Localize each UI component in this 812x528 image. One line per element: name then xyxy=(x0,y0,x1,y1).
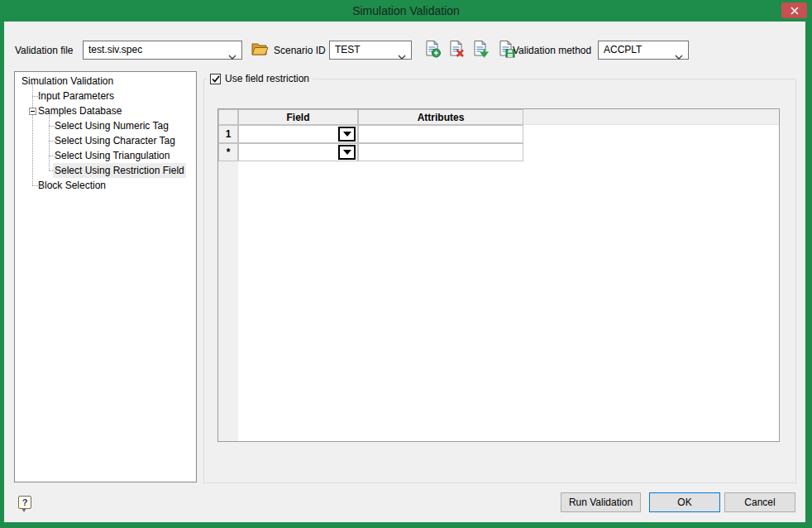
dropdown-arrow-icon xyxy=(343,150,351,155)
cancel-button[interactable]: Cancel xyxy=(724,492,795,512)
import-document-icon xyxy=(471,40,490,61)
delete-document-button[interactable] xyxy=(446,40,466,60)
chevron-down-icon xyxy=(675,48,683,65)
help-icon: ? xyxy=(22,497,28,507)
attributes-cell-row-1[interactable] xyxy=(358,125,523,143)
close-button[interactable] xyxy=(781,2,807,18)
add-document-icon xyxy=(423,40,442,61)
scenario-id-label: Scenario ID xyxy=(274,44,326,57)
validation-file-value: test.siv.spec xyxy=(88,44,142,55)
tree-item-select-using-triangulation[interactable]: Select Using Triangulation xyxy=(15,148,196,163)
attributes-cell-row-star[interactable] xyxy=(358,143,523,161)
open-folder-icon xyxy=(251,41,269,60)
close-icon xyxy=(791,3,799,18)
use-field-restriction-label: Use field restriction xyxy=(225,73,309,85)
dropdown-arrow-icon xyxy=(343,132,351,137)
chevron-down-icon xyxy=(398,48,406,65)
tree-item-select-using-character-tag[interactable]: Select Using Character Tag xyxy=(15,133,196,148)
field-cell-row-star[interactable] xyxy=(238,143,358,161)
simulation-validation-dialog: Simulation Validation Validation file te… xyxy=(0,0,812,528)
field-dropdown-button[interactable] xyxy=(338,145,356,160)
title-bar[interactable]: Simulation Validation xyxy=(0,0,812,22)
scenario-id-value: TEST xyxy=(335,44,361,55)
window-title: Simulation Validation xyxy=(0,0,812,22)
validation-method-combobox[interactable]: ACCPLT xyxy=(598,41,689,60)
help-button[interactable]: ? xyxy=(18,496,31,509)
open-folder-button[interactable] xyxy=(249,40,270,60)
row-header-star[interactable]: * xyxy=(218,143,238,161)
tree-item-block-selection[interactable]: Block Selection xyxy=(15,178,196,193)
scenario-id-combobox[interactable]: TEST xyxy=(329,41,412,60)
ok-button[interactable]: OK xyxy=(649,492,720,512)
grid-corner-header xyxy=(218,109,238,125)
tree-item-select-using-restriction-field[interactable]: Select Using Restriction Field xyxy=(15,163,196,178)
validation-file-combobox[interactable]: test.siv.spec xyxy=(83,41,242,60)
row-header-1[interactable]: 1 xyxy=(218,125,238,143)
tree-item-select-using-numeric-tag[interactable]: Select Using Numeric Tag xyxy=(15,118,196,133)
add-document-button[interactable] xyxy=(422,40,442,60)
checkbox-checked-icon xyxy=(210,74,221,84)
run-validation-button[interactable]: Run Validation xyxy=(561,492,641,512)
validation-file-label: Validation file xyxy=(15,44,74,57)
column-header-attributes[interactable]: Attributes xyxy=(358,109,523,125)
import-document-button[interactable] xyxy=(470,40,490,60)
navigation-tree: Simulation Validation Input Parameters S… xyxy=(14,71,197,482)
validation-method-value: ACCPLT xyxy=(604,44,642,55)
field-dropdown-button[interactable] xyxy=(338,127,356,142)
tree-item-simulation-validation[interactable]: Simulation Validation xyxy=(15,74,196,89)
field-cell-row-1[interactable] xyxy=(238,125,358,143)
validation-method-label: Validation method xyxy=(513,44,591,57)
dialog-body: Validation file test.siv.spec Scenario I… xyxy=(4,22,805,522)
chevron-down-icon xyxy=(228,48,236,65)
tree-item-input-parameters[interactable]: Input Parameters xyxy=(15,89,196,103)
restriction-field-grid: Field Attributes 1 * xyxy=(217,108,780,442)
delete-document-icon xyxy=(447,40,466,61)
column-header-field[interactable]: Field xyxy=(238,109,358,125)
tree-item-samples-database[interactable]: Samples Database xyxy=(15,103,196,118)
use-field-restriction-checkbox[interactable]: Use field restriction xyxy=(207,72,313,86)
